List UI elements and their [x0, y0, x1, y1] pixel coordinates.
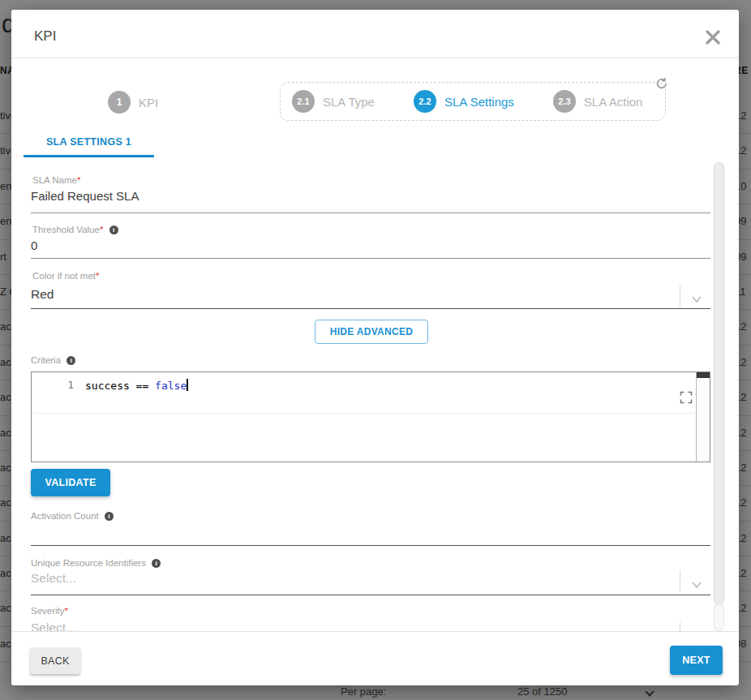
activation-count-underline: [31, 545, 710, 546]
chevron-down-icon[interactable]: [691, 578, 702, 586]
required-asterisk: *: [65, 606, 68, 616]
text-cursor: [187, 379, 188, 391]
line-number: 1: [32, 379, 74, 391]
tab-active-indicator: [24, 155, 154, 157]
refresh-steps-icon[interactable]: [655, 77, 668, 90]
criteria-code-editor[interactable]: 1 success == false: [31, 371, 710, 462]
criteria-label: Criteria i: [31, 355, 75, 365]
info-icon[interactable]: i: [105, 512, 114, 521]
kpi-modal: KPI 1 KPI 2.1 SLA Type 2.2 SLA Settings …: [11, 10, 739, 685]
close-icon[interactable]: [702, 27, 723, 48]
select-separator: [680, 622, 680, 631]
stepper-substep[interactable]: 2.2 SLA Settings: [414, 90, 514, 113]
modal-scroll-thumb[interactable]: [714, 162, 724, 605]
unique-resource-identifiers-label: Unique Resource Identifiers i: [31, 558, 161, 568]
info-icon[interactable]: i: [152, 559, 161, 568]
tab-label: SLA SETTINGS 1: [24, 131, 154, 152]
color-underline: [31, 308, 710, 309]
fullscreen-icon[interactable]: [680, 391, 693, 404]
step-label: KPI: [139, 96, 158, 110]
screen: d NA RE tive 12 tive 12 ent 10 ent 09 rt…: [0, 0, 751, 700]
activation-count-label: Activation Count i: [31, 511, 114, 521]
sla-substeps-group: 2.1 SLA Type 2.2 SLA Settings 2.3 SLA Ac…: [280, 82, 666, 121]
severity-select[interactable]: Select...: [31, 621, 76, 631]
uri-underline: [31, 595, 710, 595]
hide-advanced-button[interactable]: HIDE ADVANCED: [315, 320, 428, 344]
modal-title: KPI: [34, 28, 56, 45]
code-text: success == false: [85, 379, 188, 392]
info-icon[interactable]: i: [67, 356, 75, 365]
back-button[interactable]: BACK: [30, 647, 80, 674]
required-asterisk: *: [77, 175, 80, 185]
tab-sla-settings-1[interactable]: SLA SETTINGS 1: [24, 131, 154, 159]
color-select[interactable]: Red: [31, 287, 54, 302]
code-keyword: false: [155, 380, 187, 392]
threshold-value-input[interactable]: 0: [31, 238, 37, 252]
modal-header: KPI: [11, 10, 739, 58]
stepper-substep[interactable]: 2.3 SLA Action: [553, 90, 643, 113]
select-separator: [680, 286, 680, 307]
info-icon[interactable]: i: [109, 225, 118, 234]
sla-name-label: SLA Name*: [32, 175, 80, 185]
required-asterisk: *: [96, 271, 99, 281]
required-asterisk: *: [100, 225, 103, 234]
threshold-value-label: Threshold Value* i: [32, 225, 118, 234]
severity-clipped-row: Select...: [11, 621, 739, 631]
step-label: SLA Action: [584, 95, 643, 109]
color-if-not-met-label: Color if not met*: [32, 271, 99, 281]
editor-scrollbar[interactable]: [696, 372, 710, 462]
select-separator: [680, 570, 680, 591]
stepper-substep[interactable]: 2.1 SLA Type: [292, 90, 375, 113]
active-line-edge: [32, 413, 695, 414]
severity-label: Severity*: [31, 606, 68, 616]
uri-select[interactable]: Select...: [31, 571, 76, 586]
stepper-step-kpi[interactable]: 1 KPI: [108, 91, 158, 114]
step-number-badge: 1: [108, 91, 131, 114]
modal-footer: BACK NEXT: [11, 631, 739, 685]
editor-scroll-thumb[interactable]: [697, 372, 710, 378]
step-number-badge: 2.3: [553, 90, 576, 113]
step-number-badge: 2.2: [414, 90, 436, 113]
sla-name-input[interactable]: Failed Request SLA: [31, 189, 139, 203]
modal-scroll-track-end: [714, 603, 724, 631]
validate-button[interactable]: VALIDATE: [31, 469, 110, 496]
next-button[interactable]: NEXT: [670, 646, 723, 675]
threshold-underline: [31, 258, 710, 259]
chevron-down-icon[interactable]: [691, 292, 702, 300]
step-label: SLA Settings: [444, 95, 514, 109]
sla-name-underline: [31, 213, 710, 213]
step-number-badge: 2.1: [292, 90, 315, 113]
step-label: SLA Type: [323, 95, 375, 109]
modal-scrollbar[interactable]: [714, 159, 724, 631]
